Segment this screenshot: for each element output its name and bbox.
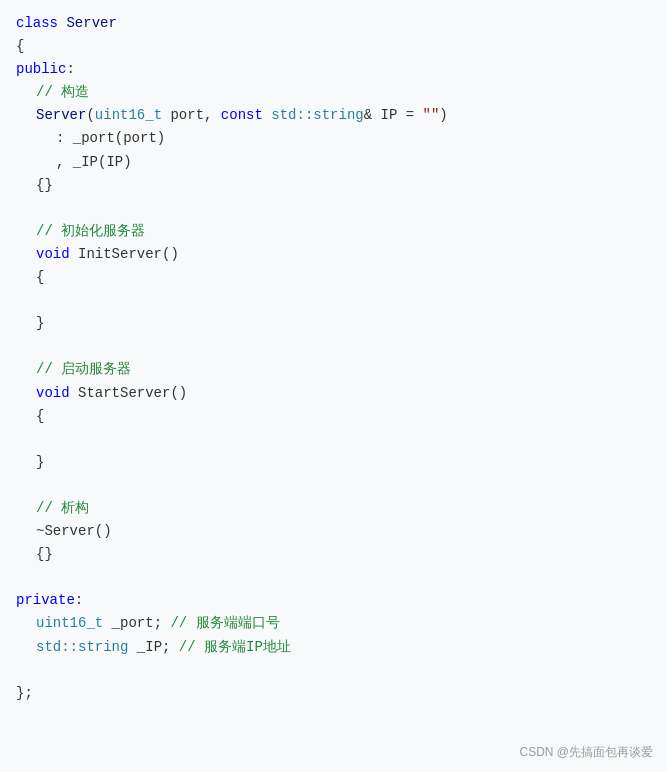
- code-token: // 析构: [36, 497, 89, 520]
- code-line: [16, 428, 651, 451]
- code-line: }: [16, 312, 651, 335]
- code-token: (: [86, 104, 94, 127]
- code-token: // 服务端IP地址: [179, 636, 291, 659]
- code-line: {: [16, 35, 651, 58]
- code-token: class: [16, 12, 66, 35]
- code-token: private: [16, 589, 75, 612]
- code-line: // 初始化服务器: [16, 220, 651, 243]
- code-token: {: [16, 35, 24, 58]
- code-line: public:: [16, 58, 651, 81]
- code-line: [16, 289, 651, 312]
- code-line: void InitServer(): [16, 243, 651, 266]
- code-line: std::string _IP; // 服务端IP地址: [16, 636, 651, 659]
- code-line: // 启动服务器: [16, 358, 651, 381]
- code-token: }: [36, 451, 44, 474]
- code-token: void: [36, 382, 70, 405]
- code-token: Server: [66, 12, 116, 35]
- watermark: CSDN @先搞面包再谈爱: [519, 743, 653, 762]
- code-token: uint16_t: [36, 612, 103, 635]
- code-token: :: [66, 58, 74, 81]
- code-line: private:: [16, 589, 651, 612]
- code-token: {}: [36, 543, 53, 566]
- code-line: {}: [16, 174, 651, 197]
- code-token: {: [36, 405, 44, 428]
- code-token: // 构造: [36, 81, 89, 104]
- code-token: // 启动服务器: [36, 358, 131, 381]
- code-block: class Server{public:// 构造Server(uint16_t…: [0, 0, 667, 772]
- code-token: uint16_t: [95, 104, 162, 127]
- code-line: [16, 197, 651, 220]
- code-token: "": [423, 104, 440, 127]
- code-token: {: [36, 266, 44, 289]
- code-line: // 析构: [16, 497, 651, 520]
- code-token: : _port(port): [56, 127, 165, 150]
- code-line: [16, 335, 651, 358]
- code-line: {: [16, 266, 651, 289]
- code-content: class Server{public:// 构造Server(uint16_t…: [16, 12, 651, 705]
- code-line: [16, 566, 651, 589]
- code-line: // 构造: [16, 81, 651, 104]
- code-line: {}: [16, 543, 651, 566]
- code-token: , _IP(IP): [56, 151, 132, 174]
- code-line: }: [16, 451, 651, 474]
- code-token: std::string: [36, 636, 128, 659]
- code-token: Server: [36, 104, 86, 127]
- code-token: & IP =: [364, 104, 423, 127]
- code-token: public: [16, 58, 66, 81]
- code-line: class Server: [16, 12, 651, 35]
- code-line: };: [16, 682, 651, 705]
- code-token: }: [36, 312, 44, 335]
- code-line: [16, 474, 651, 497]
- code-token: const: [221, 104, 263, 127]
- code-line: uint16_t _port; // 服务端端口号: [16, 612, 651, 635]
- code-token: :: [75, 589, 83, 612]
- code-token: port,: [162, 104, 221, 127]
- code-line: void StartServer(): [16, 382, 651, 405]
- code-token: // 初始化服务器: [36, 220, 145, 243]
- code-line: : _port(port): [16, 127, 651, 150]
- code-token: };: [16, 682, 33, 705]
- code-line: {: [16, 405, 651, 428]
- code-token: InitServer(): [70, 243, 179, 266]
- code-line: Server(uint16_t port, const std::string&…: [16, 104, 651, 127]
- code-token: // 服务端端口号: [170, 612, 279, 635]
- code-line: , _IP(IP): [16, 151, 651, 174]
- code-token: StartServer(): [70, 382, 188, 405]
- code-token: {}: [36, 174, 53, 197]
- code-token: std::string: [271, 104, 363, 127]
- code-token: [263, 104, 271, 127]
- code-token: ~Server(): [36, 520, 112, 543]
- code-token: _IP;: [128, 636, 178, 659]
- code-line: ~Server(): [16, 520, 651, 543]
- code-token: _port;: [103, 612, 170, 635]
- code-token: ): [439, 104, 447, 127]
- code-line: [16, 659, 651, 682]
- code-token: void: [36, 243, 70, 266]
